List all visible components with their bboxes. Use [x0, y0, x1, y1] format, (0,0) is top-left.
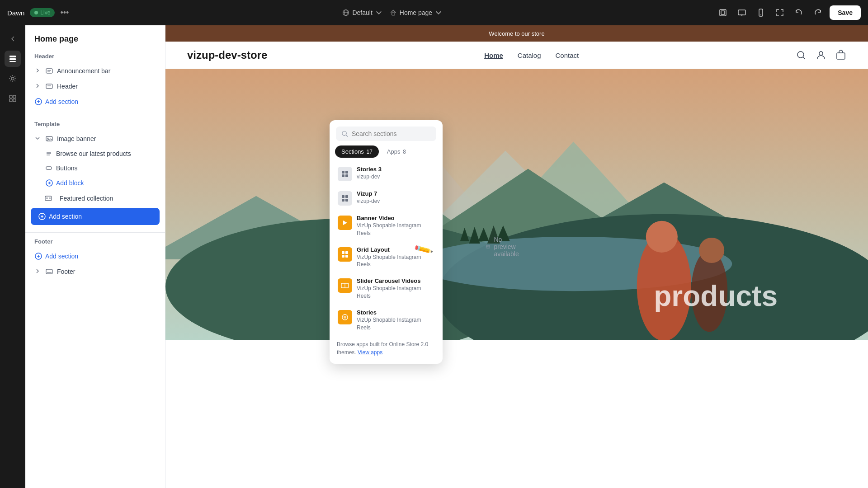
list-item[interactable]: Stories 3 vizup-dev — [333, 161, 439, 186]
store-cart-icon[interactable] — [835, 50, 846, 61]
sections-tab[interactable]: Sections 17 — [335, 145, 379, 158]
more-options-button[interactable]: ••• — [60, 8, 69, 18]
footer-add-section-button[interactable]: Add section — [25, 249, 165, 264]
stories-info: Stories VizUp Shopable Instagram Reels — [357, 309, 434, 332]
expand-down-icon — [34, 135, 42, 142]
hero-text: products — [654, 276, 778, 313]
svg-rect-85 — [342, 255, 344, 258]
header-add-section-label: Add section — [45, 98, 78, 105]
list-item[interactable]: Stories VizUp Shopable Instagram Reels — [333, 305, 439, 336]
grid-layout-sub: VizUp Shopable Instagram Reels — [357, 253, 434, 269]
nav-contact[interactable]: Contact — [556, 52, 579, 59]
sidebar: Home page Header Announcement bar Header — [25, 25, 165, 488]
apps-rail-button[interactable] — [5, 90, 21, 107]
settings-rail-button[interactable] — [5, 70, 21, 87]
topbar-left: Dawn Live ••• — [7, 8, 69, 18]
sidebar-item-footer[interactable]: Footer — [25, 264, 165, 279]
mobile-view-button[interactable] — [754, 5, 768, 20]
apps-tab[interactable]: Apps 8 — [381, 145, 412, 158]
panel-items-list: Stories 3 vizup-dev Vizup 7 vizup-dev — [330, 161, 443, 336]
no-preview-message: No preview available — [486, 236, 523, 258]
undo-button[interactable] — [792, 5, 806, 20]
gear-icon — [8, 74, 17, 83]
save-button[interactable]: Save — [830, 5, 861, 20]
list-item[interactable]: Slider Carousel Videos VizUp Shopable In… — [333, 273, 439, 305]
store-nav-icons — [796, 50, 846, 61]
svg-rect-50 — [837, 53, 845, 59]
add-section-panel: Sections 17 Apps 8 Stories 3 vizup-dev — [330, 120, 443, 364]
search-sections-input[interactable] — [352, 130, 431, 137]
svg-point-28 — [47, 138, 49, 139]
desktop-view-button[interactable] — [735, 5, 749, 20]
svg-rect-84 — [345, 251, 348, 254]
stories-3-info: Stories 3 vizup-dev — [357, 166, 382, 181]
footer-icon — [45, 267, 53, 276]
buttons-icon — [45, 164, 52, 172]
back-button[interactable] — [5, 31, 21, 47]
icon-rail — [0, 25, 25, 488]
store-account-icon[interactable] — [816, 50, 826, 61]
add-block-button[interactable]: Add block — [25, 175, 165, 191]
chevron-down-icon — [375, 9, 382, 16]
list-item[interactable]: Vizup 7 vizup-dev — [333, 186, 439, 210]
sections-tab-label: Sections — [341, 148, 364, 155]
svg-rect-80 — [342, 199, 344, 202]
sidebar-item-image-banner[interactable]: Image banner — [25, 131, 165, 146]
banner-video-icon — [338, 216, 352, 230]
chevron-right-icon2 — [34, 83, 41, 89]
live-badge: Live — [30, 8, 55, 17]
svg-line-73 — [346, 135, 348, 137]
live-dot — [34, 11, 38, 14]
topbar-center: Default Home page — [342, 9, 442, 16]
divider1 — [25, 115, 165, 115]
list-item[interactable]: Grid Layout VizUp Shopable Instagram Ree… — [333, 242, 439, 273]
svg-rect-18 — [13, 99, 16, 102]
nav-catalog[interactable]: Catalog — [518, 52, 541, 59]
theme-selector[interactable]: Default — [342, 9, 382, 16]
no-preview-icon — [486, 242, 490, 251]
grid-layout-icon-svg — [341, 250, 349, 258]
sidebar-item-image-banner-label: Image banner — [57, 135, 96, 142]
sections-rail-button[interactable] — [5, 51, 21, 67]
vizup-7-icon — [338, 191, 352, 206]
vizup-7-sub: vizup-dev — [357, 197, 380, 205]
chevron-right-icon — [34, 67, 41, 74]
svg-rect-74 — [342, 171, 344, 174]
sidebar-item-announcement-bar[interactable]: Announcement bar — [25, 63, 165, 79]
group-label-footer: Footer — [25, 235, 165, 249]
select-tool-button[interactable] — [716, 5, 730, 20]
page-selector[interactable]: Home page — [390, 9, 442, 16]
store-search-icon[interactable] — [796, 50, 807, 61]
globe-icon — [342, 9, 349, 16]
redo-button[interactable] — [811, 5, 825, 20]
svg-rect-22 — [46, 84, 52, 89]
template-add-section-label: Add section — [49, 213, 82, 220]
plus-circle-icon3 — [38, 212, 46, 221]
template-add-section-button[interactable]: Add section — [31, 208, 160, 225]
stories-3-sub: vizup-dev — [357, 173, 382, 181]
view-apps-link[interactable]: View apps — [358, 349, 382, 356]
svg-rect-78 — [342, 195, 344, 198]
sidebar-item-buttons[interactable]: Buttons — [25, 161, 165, 175]
vizup-7-title: Vizup 7 — [357, 190, 380, 197]
sidebar-item-featured-collection[interactable]: Featured collection — [25, 191, 165, 206]
divider2 — [25, 232, 165, 233]
list-item[interactable]: Banner Video VizUp Shopable Instagram Re… — [333, 210, 439, 242]
header-group-label: Header — [34, 53, 54, 60]
fullscreen-button[interactable] — [773, 5, 787, 20]
footer-add-section-label: Add section — [45, 253, 78, 260]
announcement-text: Welcome to our store — [489, 30, 544, 37]
sidebar-item-browse-text[interactable]: Browse our latest products — [25, 146, 165, 161]
apps-tab-count: 8 — [403, 149, 406, 155]
store-hero: products — [165, 69, 868, 340]
stories-3-title: Stories 3 — [357, 166, 382, 173]
svg-point-10 — [760, 14, 761, 15]
header-group: Header Announcement bar Header Add secti… — [25, 49, 165, 113]
header-add-section-button[interactable]: Add section — [25, 94, 165, 109]
nav-home[interactable]: Home — [484, 52, 503, 59]
grid-icon — [8, 94, 17, 103]
no-preview-text: No preview available — [494, 236, 523, 258]
sidebar-item-featured-collection-label: Featured collection — [60, 195, 113, 202]
svg-point-47 — [797, 52, 804, 58]
sidebar-item-header[interactable]: Header — [25, 79, 165, 94]
